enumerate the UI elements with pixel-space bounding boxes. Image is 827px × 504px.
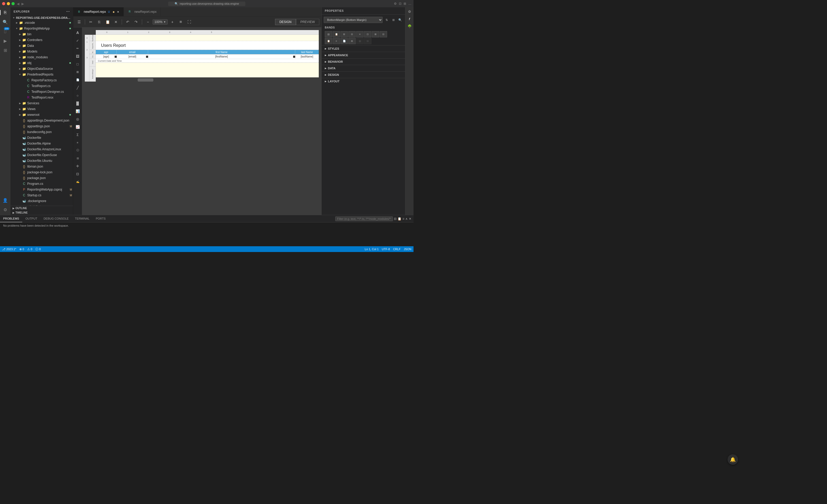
tree-right-icon[interactable]: 🌳 [406, 23, 413, 29]
cross-tool[interactable]: ✛ [74, 162, 82, 170]
back-button[interactable]: ◀ [17, 2, 19, 6]
search-properties-icon[interactable]: 🔍 [397, 17, 403, 23]
resize-handle[interactable] [115, 56, 117, 58]
select-tool[interactable]: A [74, 29, 82, 36]
tree-item-reportingwebapp[interactable]: ▼ 📁 ReportingWebApp [10, 25, 73, 32]
tree-item-reportsfactory[interactable]: C ReportsFactory.cs [10, 77, 73, 83]
edit-tool[interactable]: ✏ [74, 45, 82, 52]
band-icon-6[interactable]: ⊡ [364, 31, 371, 37]
horizontal-scrollbar[interactable] [122, 78, 174, 81]
tab-problems[interactable]: PROBLEMS [0, 215, 22, 222]
activity-explorer[interactable]: ⎘ [1, 8, 9, 17]
tree-item-dockerignore[interactable]: 🐋 .dockerignore [10, 198, 73, 204]
filter-icon[interactable]: ⊟ [394, 217, 396, 221]
circle-tool[interactable]: ○ [74, 92, 82, 99]
band-icon-8[interactable]: ⊟ [380, 31, 387, 37]
tree-item-data[interactable]: ▶ 📁 Data [10, 43, 73, 49]
undo-button[interactable]: ↶ [124, 18, 131, 25]
url-bar[interactable]: 🔍 reporting-use-devexpress-drawing-skia-… [168, 2, 245, 6]
settings-icon[interactable]: ⚙ [394, 2, 397, 5]
band-icon-7[interactable]: ⊠ [372, 31, 379, 37]
paste-button[interactable]: 📋 [104, 18, 111, 25]
outline-section-header[interactable]: ▶ OUTLINE [10, 206, 73, 211]
tree-item-controllers[interactable]: ▶ 📁 Controllers [10, 37, 73, 43]
timeline-section-header[interactable]: ▶ TIMELINE [10, 211, 73, 215]
tree-item-gitattributes[interactable]: ● .gitattributes [10, 204, 73, 206]
tree-item-node-modules[interactable]: ▶ 📁 node_modules [10, 54, 73, 60]
errors-status[interactable]: ⊗ 0 [19, 247, 24, 251]
tree-item-package[interactable]: {} package.json [10, 175, 73, 181]
band-icon-3[interactable]: ⊞ [340, 31, 348, 37]
tree-item-csproj[interactable]: P ReportingWebApp.csproj M [10, 187, 73, 192]
band-icon-5[interactable]: ≡ [356, 31, 363, 37]
layout-section-header[interactable]: ▶ LAYOUT [322, 78, 405, 85]
tree-item-program[interactable]: C Program.cs [10, 181, 73, 187]
close-button[interactable] [2, 2, 5, 5]
zoom-control[interactable]: 100% ▼ [153, 19, 168, 24]
minimize-button[interactable] [7, 2, 10, 5]
tab-debug-console[interactable]: DEBUG CONSOLE [40, 215, 72, 222]
filter-input[interactable] [335, 216, 393, 221]
chart-tool[interactable]: 📊 [74, 107, 82, 115]
sidebar-more-icon[interactable]: ··· [66, 9, 70, 14]
tree-item-dockerfile-amazon[interactable]: 🐋 Dockerfile.AmazonLinux [10, 147, 73, 152]
zoom-out-button[interactable]: − [144, 18, 151, 25]
grid-tool[interactable]: ⊟ [74, 155, 82, 162]
table-tool[interactable]: ⊞ [74, 68, 82, 75]
git-branch-status[interactable]: ⎇ 2023.1* [2, 247, 16, 251]
tree-item-testreport[interactable]: C TestReport.cs [10, 83, 73, 89]
tree-item-obj[interactable]: ▶ 📁 obj [10, 60, 73, 66]
tree-item-dockerfile-opensuse[interactable]: 🐋 Dockerfile.OpenSuse [10, 152, 73, 158]
pivot-tool[interactable]: ⊡ [74, 170, 82, 177]
clear-filter-icon[interactable]: 📋 [397, 217, 401, 221]
tree-item-wwwroot[interactable]: ▶ 📁 wwwroot [10, 112, 73, 118]
sparkline-tool[interactable]: 📈 [74, 123, 82, 130]
collapse-icon[interactable]: ≡ [402, 217, 404, 221]
tree-item-appsettings[interactable]: {} appsettings.json M [10, 123, 73, 129]
copy-button[interactable]: ⎘ [96, 18, 103, 25]
behavior-section-header[interactable]: ▶ BEHAVIOR [322, 59, 405, 65]
tab-ports[interactable]: PORTS [93, 215, 109, 222]
tree-item-bundleconfig[interactable]: {} bundleconfig.json [10, 129, 73, 135]
band-icon-4[interactable]: ⊟ [348, 31, 356, 37]
tree-item-dockerfile[interactable]: 🐋 Dockerfile [10, 135, 73, 141]
project-root[interactable]: ▼ REPORTING-USE-DEVEXPRESS-DRAWING-... [10, 16, 73, 20]
tree-item-dockerfile-ubuntu[interactable]: 🐋 Dockerfile.Ubuntu [10, 158, 73, 164]
zoom-in-button[interactable]: + [169, 18, 176, 25]
fullscreen-button[interactable]: ⛶ [186, 18, 193, 25]
tree-item-libman[interactable]: {} libman.json [10, 164, 73, 169]
band-icon-13[interactable]: ▤ [356, 38, 363, 44]
data-section-header[interactable]: ▶ DATA [322, 65, 405, 71]
hamburger-menu-button[interactable]: ☰ [76, 18, 83, 25]
tab-newreport-active[interactable]: R newReport.repx U ● ✕ [73, 7, 124, 16]
delete-button[interactable]: ✕ [112, 18, 119, 25]
rect-tool[interactable]: □ [74, 60, 82, 68]
more-icon[interactable]: … [408, 2, 411, 5]
sum-tool[interactable]: Σ [74, 131, 82, 138]
info-tool[interactable]: ⓘ [74, 147, 82, 154]
line-tool[interactable]: ╱ [74, 84, 82, 91]
tree-item-testreport-designer[interactable]: C TestReport.Designer.cs [10, 89, 73, 95]
tree-item-vscode[interactable]: ▶ 📁 .vscode [10, 20, 73, 25]
panel-close-icon[interactable]: ✕ [409, 217, 411, 221]
warnings-status[interactable]: ⚠ 0 [27, 247, 32, 251]
tab-output[interactable]: OUTPUT [22, 215, 40, 222]
tree-item-dockerfile-alpine[interactable]: 🐋 Dockerfile.Alpine [10, 141, 73, 147]
activity-git[interactable]: ⌷ 209 [1, 27, 9, 36]
format-right-icon[interactable]: f [406, 16, 413, 22]
info-status[interactable]: ⓘ 0 [35, 247, 41, 251]
band-icon-12[interactable]: ⊞ [348, 38, 356, 44]
band-icon-10[interactable]: ≡ [333, 38, 340, 44]
activity-run[interactable]: ▶ [1, 37, 9, 45]
tab-terminal[interactable]: TERMINAL [72, 215, 93, 222]
tree-item-models[interactable]: ▶ 📁 Models [10, 49, 73, 54]
design-button[interactable]: DESIGN [275, 19, 296, 25]
tree-item-predefinedreports[interactable]: ▼ 📁 PredefinedReports [10, 72, 73, 77]
grid-view-icon[interactable]: ⊞ [390, 17, 396, 23]
tree-item-appsettings-dev[interactable]: {} appsettings.Development.json [10, 118, 73, 123]
properties-item-select[interactable]: BottomMargin (Bottom Margin) [324, 17, 383, 23]
check-tool[interactable]: ✓ [74, 37, 82, 44]
tree-item-views[interactable]: ▶ 📁 Views [10, 106, 73, 112]
band-icon-14[interactable]: ⊟ [364, 38, 371, 44]
cut-button[interactable]: ✂ [87, 18, 94, 25]
